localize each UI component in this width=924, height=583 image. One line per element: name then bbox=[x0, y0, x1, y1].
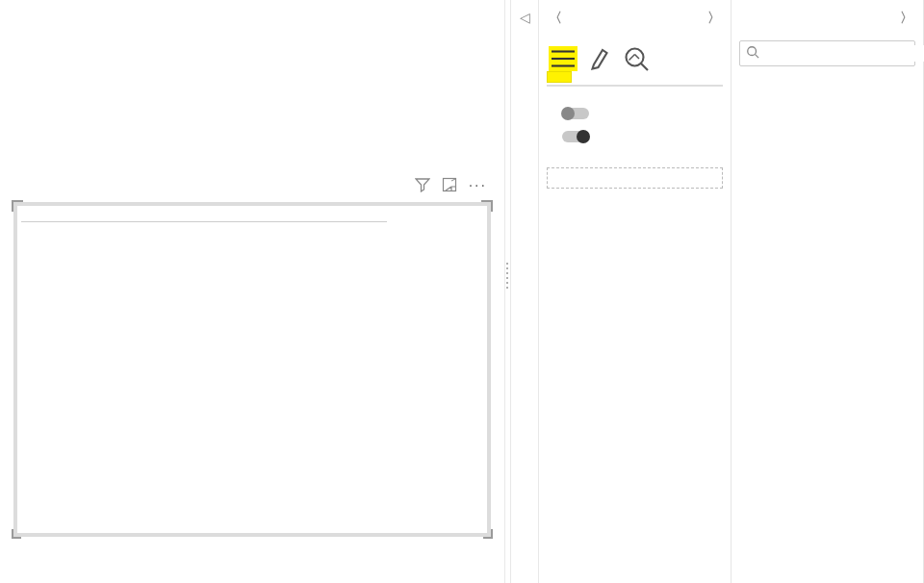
search-icon bbox=[746, 45, 759, 62]
visual-toolbar: ··· bbox=[415, 177, 487, 196]
more-options-icon[interactable]: ··· bbox=[469, 177, 487, 196]
visualizations-pane: 〈 〉 bbox=[539, 0, 732, 583]
values-section-label bbox=[547, 71, 572, 83]
values-field-wells[interactable] bbox=[547, 85, 723, 87]
table-header-row bbox=[21, 210, 387, 222]
col-header[interactable] bbox=[113, 210, 204, 222]
format-tab[interactable] bbox=[585, 46, 614, 71]
drill-through-dropzone[interactable] bbox=[547, 167, 723, 189]
svg-rect-0 bbox=[443, 179, 455, 191]
col-header[interactable] bbox=[295, 210, 387, 222]
report-canvas[interactable]: ··· bbox=[0, 0, 504, 583]
cross-report-toggle[interactable] bbox=[562, 108, 589, 119]
expand-filters-icon[interactable]: ◁ bbox=[511, 10, 538, 25]
svg-line-7 bbox=[635, 55, 640, 60]
table-visual[interactable]: ··· bbox=[13, 202, 491, 537]
fields-pane: 〉 bbox=[732, 0, 924, 583]
col-header[interactable] bbox=[21, 210, 113, 222]
col-header[interactable] bbox=[204, 210, 295, 222]
svg-line-5 bbox=[641, 63, 649, 71]
svg-point-8 bbox=[748, 47, 757, 56]
viz-sub-tabs bbox=[539, 40, 731, 71]
pane-splitter[interactable] bbox=[504, 0, 510, 583]
svg-line-6 bbox=[629, 55, 635, 61]
fields-search[interactable] bbox=[739, 40, 915, 66]
filter-icon[interactable] bbox=[415, 177, 430, 196]
svg-line-9 bbox=[756, 55, 759, 59]
focus-mode-icon[interactable] bbox=[442, 177, 457, 196]
collapse-viz-icon[interactable]: 〈 bbox=[549, 10, 562, 27]
drill-through-section bbox=[539, 89, 731, 164]
data-table bbox=[21, 210, 387, 222]
expand-fields-icon[interactable]: 〉 bbox=[900, 10, 913, 27]
search-input[interactable] bbox=[765, 45, 924, 62]
fields-tab[interactable] bbox=[549, 46, 578, 71]
expand-viz-icon[interactable]: 〉 bbox=[707, 10, 721, 27]
keep-filters-toggle[interactable] bbox=[562, 131, 589, 142]
filters-pane-collapsed[interactable]: ◁ bbox=[510, 0, 539, 583]
analytics-tab[interactable] bbox=[622, 46, 651, 71]
